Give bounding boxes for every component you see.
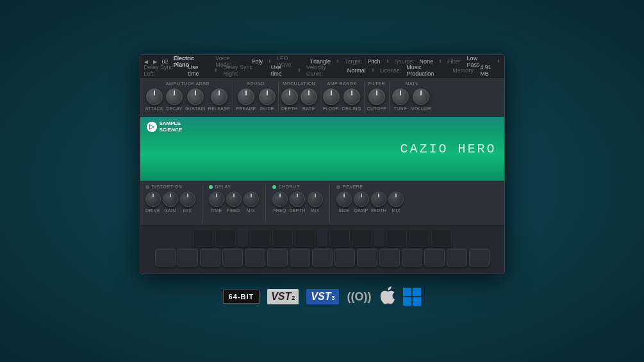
chorus-mix-knob[interactable]: [308, 192, 323, 207]
pad-w5[interactable]: [245, 249, 265, 267]
pad-w15[interactable]: [469, 249, 490, 267]
pad-b9[interactable]: [409, 229, 429, 247]
preamp-label: PREAMP: [236, 106, 256, 111]
reverb-mix-knob[interactable]: [388, 192, 404, 207]
pad-b6[interactable]: [329, 229, 350, 247]
pad-b8[interactable]: [386, 229, 407, 247]
sound-group: SOUND PREAMP GLIDE: [236, 81, 275, 111]
pad-w3[interactable]: [200, 249, 220, 267]
distortion-header: DISTORTION: [145, 185, 195, 189]
chorus-label: CHORUS: [279, 185, 300, 189]
delay-sync-right-value[interactable]: Use time: [271, 64, 292, 77]
target-value[interactable]: Pitch: [368, 58, 381, 65]
chorus-toggle[interactable]: [272, 185, 276, 189]
win-quad-tl: [403, 288, 411, 296]
pad-w8[interactable]: [312, 249, 333, 267]
depth-knob[interactable]: [281, 88, 298, 105]
delay-mix-knob[interactable]: [244, 192, 259, 207]
filter-arrows[interactable]: ⬍: [497, 59, 500, 64]
pad-b3[interactable]: [250, 229, 270, 247]
freq-knob[interactable]: [272, 192, 288, 207]
memory-label: Memory:: [452, 67, 475, 74]
knob-wrap-volume: VOLUME: [411, 88, 431, 111]
voice-mode-arrows[interactable]: ⬍: [268, 59, 272, 64]
decay-label: DECAY: [166, 106, 182, 111]
vst2-number: 2: [292, 295, 295, 301]
width-knob[interactable]: [371, 192, 386, 207]
knob-wrap-cutoff: CUTOFF: [367, 88, 386, 111]
knob-wrap-tune: TUNE: [392, 88, 409, 111]
decay-knob[interactable]: [166, 88, 183, 105]
win-quad-bl: [403, 297, 411, 306]
sustain-knob[interactable]: [187, 88, 204, 105]
release-knob[interactable]: [211, 88, 227, 105]
divider-5: [389, 81, 390, 113]
knob-wrap-gain: GAIN: [163, 192, 178, 213]
dist-mix-label: MIX: [183, 208, 192, 213]
knob-wrap-damp: DAMP: [354, 192, 369, 213]
dist-mix-knob[interactable]: [180, 192, 195, 207]
pad-w13[interactable]: [424, 249, 445, 267]
badge-windows: [403, 288, 421, 306]
delay-sync-left-value[interactable]: Use time: [188, 64, 209, 77]
reverb-mix-label: MIX: [392, 208, 400, 213]
delay-toggle[interactable]: [209, 185, 213, 189]
gain-knob[interactable]: [163, 192, 178, 207]
delay-sync-left-arrows[interactable]: ⬍: [214, 68, 218, 73]
pad-w4[interactable]: [222, 249, 243, 267]
badge-vst3: VST 3: [306, 289, 339, 304]
knob-wrap-chorus-mix: MIX: [308, 192, 323, 213]
pads-row-2: [145, 249, 499, 267]
glide-knob[interactable]: [259, 88, 276, 105]
pad-w9[interactable]: [334, 249, 355, 267]
display-logo: ▷ SAMPLE SCIENCE: [147, 120, 183, 133]
vst3-text: VST: [311, 291, 331, 302]
feed-knob[interactable]: [226, 192, 242, 207]
ceiling-knob[interactable]: [343, 88, 360, 105]
reverb-label: REVERB: [343, 185, 363, 189]
pad-w2[interactable]: [178, 249, 198, 267]
logo-text: SAMPLE SCIENCE: [160, 120, 183, 133]
cutoff-knob[interactable]: [368, 88, 385, 105]
pad-w11[interactable]: [379, 249, 400, 267]
floor-knob[interactable]: [323, 88, 340, 105]
chorus-mix-label: MIX: [311, 208, 319, 213]
pad-b2[interactable]: [215, 229, 236, 247]
pad-w6[interactable]: [267, 249, 288, 267]
pad-b1[interactable]: [193, 229, 213, 247]
pad-b4[interactable]: [272, 229, 293, 247]
tune-knob[interactable]: [392, 88, 409, 105]
target-arrows[interactable]: ⬍: [386, 59, 390, 64]
preamp-knob[interactable]: [238, 88, 254, 105]
velocity-curve-value[interactable]: Normal: [347, 67, 366, 74]
velocity-arrows[interactable]: ⬍: [371, 68, 375, 73]
knob-wrap-reverb-mix: MIX: [388, 192, 404, 213]
pad-b10[interactable]: [431, 229, 452, 247]
pad-w14[interactable]: [447, 249, 467, 267]
pad-w7[interactable]: [290, 249, 310, 267]
time-label: TIME: [211, 208, 222, 213]
sound-label: SOUND: [247, 81, 265, 86]
pad-w12[interactable]: [402, 249, 422, 267]
amp-range-label: AMP RANGE: [327, 81, 356, 86]
size-knob[interactable]: [336, 192, 352, 207]
delay-sync-right-arrows[interactable]: ⬍: [297, 68, 301, 73]
lfo-wave-arrows[interactable]: ⬍: [336, 59, 340, 64]
badge-apple: [379, 286, 395, 308]
pad-b5[interactable]: [295, 229, 315, 247]
attack-knob[interactable]: [146, 88, 163, 105]
controls-section: AMPLITUDE ADSR ATTACK DECAY SUSTAIN: [140, 78, 504, 117]
time-knob[interactable]: [209, 192, 224, 207]
drive-knob[interactable]: [145, 192, 161, 207]
source-arrows[interactable]: ⬍: [438, 59, 442, 64]
rate-knob[interactable]: [301, 88, 317, 105]
pad-w10[interactable]: [357, 249, 377, 267]
pad-b7[interactable]: [352, 229, 372, 247]
distortion-toggle[interactable]: [145, 185, 149, 189]
license-value[interactable]: Music Production: [406, 64, 447, 77]
reverb-toggle[interactable]: [336, 185, 340, 189]
pad-w1[interactable]: [155, 249, 176, 267]
damp-knob[interactable]: [354, 192, 369, 207]
volume-knob[interactable]: [413, 88, 429, 105]
chorus-depth-knob[interactable]: [290, 192, 305, 207]
